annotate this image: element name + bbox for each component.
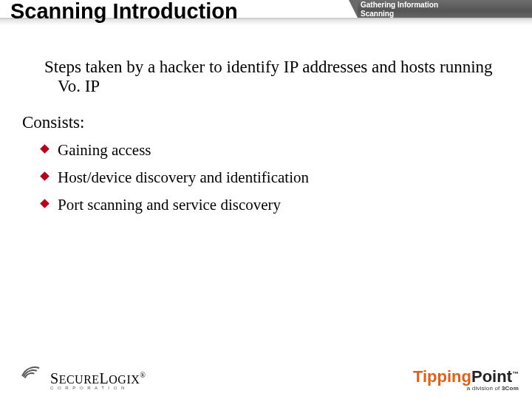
bullet-text: Host/device discovery and identification xyxy=(58,168,309,186)
bullet-list: Gaining access Host/device discovery and… xyxy=(0,141,532,214)
bullet-text: Port scanning and service discovery xyxy=(58,196,281,214)
breadcrumb-bar: Gathering Information Scanning xyxy=(358,0,532,18)
securelogix-wordmark: SECURELOGIX® xyxy=(50,370,146,387)
tippingpoint-wordmark: TippingPoint™ xyxy=(413,369,519,385)
bullet-icon xyxy=(40,171,50,181)
subhead: Consists: xyxy=(22,113,532,132)
bullet-item: Host/device discovery and identification xyxy=(58,168,532,187)
bullet-icon xyxy=(40,144,50,154)
slide-footer: SECURELOGIX® C O R P O R A T I O N Tippi… xyxy=(0,358,532,393)
lead-paragraph: Steps taken by a hacker to identify IP a… xyxy=(22,58,517,97)
slide-body: Steps taken by a hacker to identify IP a… xyxy=(0,58,532,223)
slide-header: Scanning Introduction Gathering Informat… xyxy=(0,0,532,50)
bullet-icon xyxy=(40,199,50,208)
bullet-item: Port scanning and service discovery xyxy=(58,196,532,214)
tippingpoint-logo: TippingPoint™ a division of 3Com xyxy=(413,369,519,392)
securelogix-icon xyxy=(22,369,47,390)
bullet-item: Gaining access xyxy=(58,141,532,160)
tippingpoint-subtext: a division of 3Com xyxy=(413,386,519,392)
bullet-text: Gaining access xyxy=(58,141,151,159)
breadcrumb-text: Gathering Information Scanning xyxy=(361,1,438,18)
securelogix-logo: SECURELOGIX® C O R P O R A T I O N xyxy=(22,369,146,390)
slide-title: Scanning Introduction xyxy=(10,0,238,24)
